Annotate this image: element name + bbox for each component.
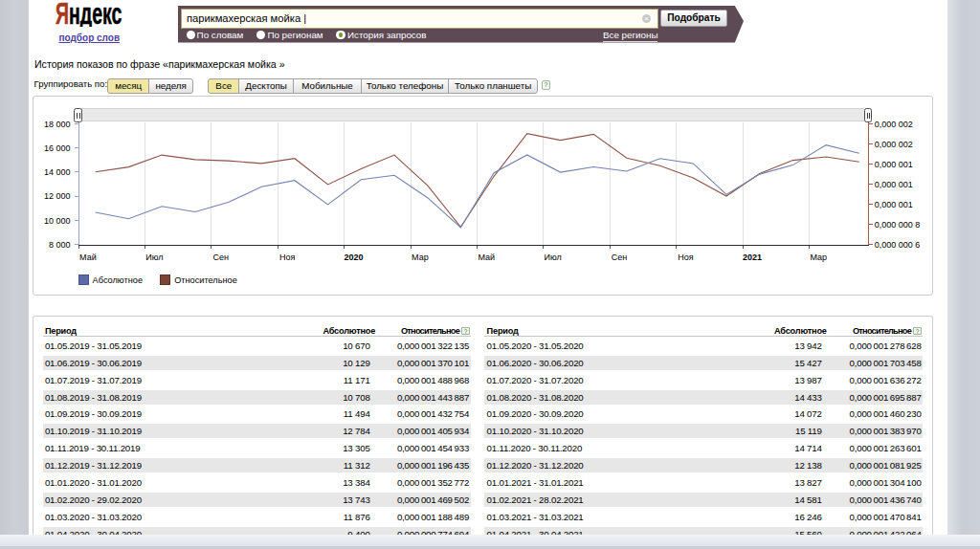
svg-text:0,000 000 8: 0,000 000 8 [874,220,920,230]
svg-text:0,000 002: 0,000 002 [874,120,912,129]
svg-text:Май: Май [79,253,97,262]
svg-text:12 000: 12 000 [44,191,71,201]
svg-text:0,000 000 6: 0,000 000 6 [874,240,920,250]
svg-text:Ноя: Ноя [278,253,295,262]
svg-text:Сен: Сен [611,253,627,262]
svg-text:0,000 002: 0,000 002 [874,140,912,149]
svg-text:0,000 001: 0,000 001 [874,180,912,189]
svg-text:0,000 001: 0,000 001 [874,160,912,169]
svg-text:Июл: Июл [544,253,561,262]
svg-text:Май: Май [478,253,495,262]
svg-text:Мар: Мар [412,253,429,262]
svg-text:Мар: Мар [810,253,827,262]
svg-text:Июл: Июл [145,253,163,262]
svg-text:2020: 2020 [344,253,363,262]
svg-text:Сен: Сен [212,253,229,262]
svg-text:0,000 001: 0,000 001 [874,200,912,209]
svg-text:8 000: 8 000 [49,240,71,250]
svg-text:2021: 2021 [742,253,761,262]
svg-text:16 000: 16 000 [44,143,71,153]
svg-text:10 000: 10 000 [44,216,71,226]
svg-text:18 000: 18 000 [44,120,71,129]
svg-text:Ноя: Ноя [678,253,694,262]
svg-text:14 000: 14 000 [44,167,71,177]
